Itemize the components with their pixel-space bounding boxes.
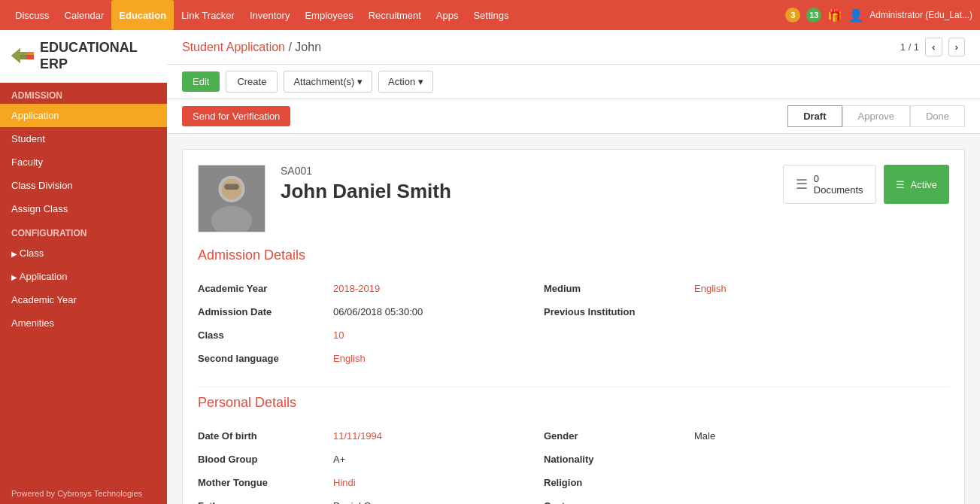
sidebar-item-app-config[interactable]: Application [0,265,167,288]
field-value-caste [694,496,949,504]
status-step-draft[interactable]: Draft [787,105,842,127]
active-label: Active [911,179,937,190]
field-value-religion [694,472,949,493]
sidebar-item-academic-year[interactable]: Academic Year [0,288,167,311]
sidebar-item-class-division[interactable]: Class Division [0,174,167,197]
action-bar: Edit Create Attachment(s) ▾ Action ▾ [167,65,980,99]
personal-form: Date Of birth 11/11/1994 Gender Male Blo… [198,426,949,504]
documents-label: Documents [814,184,863,196]
admission-section-title: Admission Details [198,247,949,266]
next-record-button[interactable]: › [948,38,965,56]
status-steps: Draft Approve Done [787,105,965,127]
section-divider [198,387,949,387]
field-label-blood-group: Blood Group [198,449,333,469]
admin-label: Administrator (Edu_Lat...) [869,10,972,20]
sidebar-item-amenities[interactable]: Amenities [0,311,167,335]
nav-linktracker[interactable]: Link Tracker [174,0,242,30]
main-layout: EDUCATIONAL ERP Admission Application St… [0,30,980,504]
attachments-chevron-icon: ▾ [357,76,363,87]
nav-apps[interactable]: Apps [429,0,466,30]
sidebar-item-student[interactable]: Student [0,127,167,150]
prev-record-button[interactable]: ‹ [925,38,942,56]
field-label-class: Class [198,325,333,345]
breadcrumb-current: John [295,41,321,53]
nav-inventory[interactable]: Inventory [242,0,297,30]
sidebar-section-configuration: Configuration [0,220,167,241]
nav-recruitment[interactable]: Recruitment [361,0,429,30]
content-header: Student Application / John 1 / 1 ‹ › [167,30,980,65]
action-button[interactable]: Action ▾ [378,71,433,93]
nav-education[interactable]: Education [111,0,174,30]
sidebar-item-assign-class[interactable]: Assign Class [0,197,167,220]
sidebar-item-class[interactable]: Class [0,241,167,265]
send-verification-button[interactable]: Send for Verification [182,106,290,126]
form-card: SA001 John Daniel Smith ☰ 0 Documents ☰ … [182,149,965,504]
field-label-gender: Gender [544,426,694,446]
field-label-prev-institution: Previous Institution [544,302,694,322]
status-step-done[interactable]: Done [910,105,965,127]
field-label-nationality: Nationality [544,449,694,469]
sidebar-item-faculty[interactable]: Faculty [0,150,167,174]
top-navigation: Discuss Calendar Education Link Tracker … [0,0,980,30]
documents-box[interactable]: ☰ 0 Documents [783,165,876,204]
student-id: SA001 [281,165,768,177]
documents-icon: ☰ [796,176,808,193]
nav-calendar[interactable]: Calendar [57,0,112,30]
field-value-blood-group: A+ [333,449,544,469]
svg-rect-7 [224,184,239,190]
sidebar-section-admission: Admission [0,83,167,104]
field-value-father: Daniel George [333,496,544,504]
field-value-class[interactable]: 10 [333,325,544,345]
edit-button[interactable]: Edit [182,71,220,92]
field-label-dob: Date Of birth [198,426,333,446]
student-name: John Daniel Smith [281,180,768,203]
field-value-medium[interactable]: English [694,278,949,299]
sidebar-footer: Powered by Cybrosys Technologies [0,483,167,504]
student-info: SA001 John Daniel Smith [281,165,768,203]
action-label: Action [388,76,415,87]
svg-marker-2 [11,48,26,63]
sidebar-logo: EDUCATIONAL ERP [0,30,167,83]
student-header: SA001 John Daniel Smith ☰ 0 Documents ☰ … [198,165,949,232]
personal-section-title: Personal Details [198,395,949,414]
field-value-admission-date: 06/06/2018 05:30:00 [333,302,544,322]
field-value-gender: Male [694,426,949,446]
field-label-mother-tongue: Mother Tongue [198,472,333,493]
field-value-second-language[interactable]: English [333,348,544,369]
field-label-second-language: Second language [198,348,333,369]
main-content: Student Application / John 1 / 1 ‹ › Edi… [167,30,980,504]
action-chevron-icon: ▾ [418,76,423,87]
field-value-prev-institution [694,302,949,322]
nav-right: 3 13 🎁 👤 Administrator (Edu_Lat...) [785,8,972,23]
field-label-academic-year: Academic Year [198,278,333,299]
alerts-badge[interactable]: 13 [806,8,821,23]
attachments-label: Attachment(s) [293,76,354,87]
documents-count: 0 [814,173,863,184]
status-bar: Send for Verification Draft Approve Done [167,99,980,134]
field-value-academic-year[interactable]: 2018-2019 [333,278,544,299]
header-right: 1 / 1 ‹ › [900,38,965,56]
admission-form: Academic Year 2018-2019 Medium English A… [198,278,949,369]
field-label-medium: Medium [544,278,694,299]
create-button[interactable]: Create [226,71,278,93]
nav-employees[interactable]: Employees [297,0,360,30]
active-badge: ☰ Active [884,165,949,204]
field-value-mother-tongue[interactable]: Hindi [333,472,544,493]
attachments-button[interactable]: Attachment(s) ▾ [284,71,372,93]
gift-icon[interactable]: 🎁 [827,8,842,23]
pagination-label: 1 / 1 [900,41,919,53]
breadcrumb: Student Application / John [182,41,321,54]
nav-settings[interactable]: Settings [466,0,516,30]
sidebar: EDUCATIONAL ERP Admission Application St… [0,30,167,504]
breadcrumb-parent[interactable]: Student Application [182,41,285,53]
active-icon: ☰ [896,179,905,190]
sidebar-item-application[interactable]: Application [0,104,167,127]
field-value-dob[interactable]: 11/11/1994 [333,426,544,446]
logo-arrow-icon [11,44,34,69]
messages-badge[interactable]: 3 [785,8,800,23]
status-step-approve[interactable]: Approve [842,105,910,127]
breadcrumb-separator: / [288,41,295,53]
field-value-nationality [694,449,949,469]
user-icon[interactable]: 👤 [848,8,863,23]
nav-discuss[interactable]: Discuss [8,0,57,30]
